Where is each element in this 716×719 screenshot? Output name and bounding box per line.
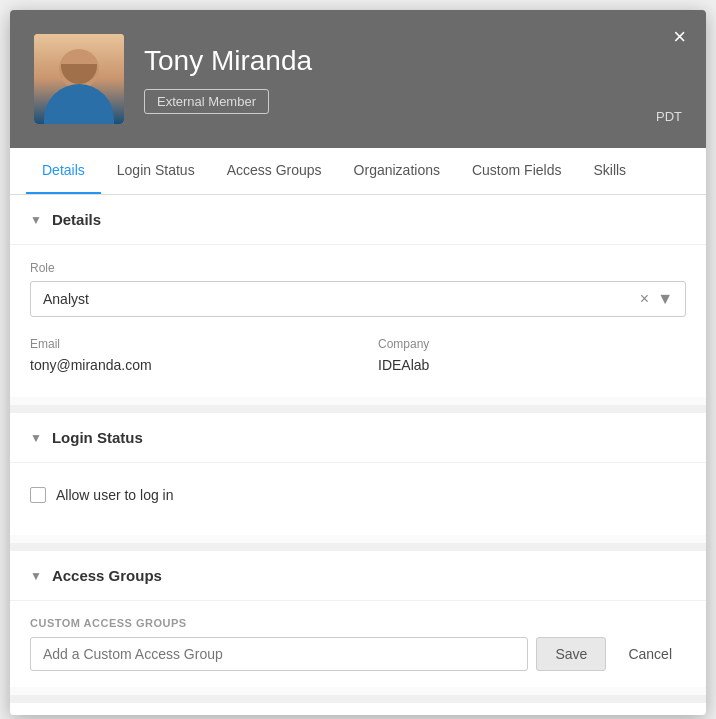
organizations-section: ▼ Organizations	[10, 703, 706, 715]
tab-access-groups[interactable]: Access Groups	[211, 148, 338, 194]
company-group: Company IDEAlab	[378, 337, 686, 373]
tab-organizations[interactable]: Organizations	[338, 148, 456, 194]
login-status-title: Login Status	[52, 429, 143, 446]
header-info: Tony Miranda External Member	[144, 45, 682, 114]
tab-details[interactable]: Details	[26, 148, 101, 194]
custom-access-label: CUSTOM ACCESS GROUPS	[30, 617, 686, 629]
tab-login-status[interactable]: Login Status	[101, 148, 211, 194]
close-button[interactable]: ×	[673, 26, 686, 48]
user-badge: External Member	[144, 89, 269, 114]
header-right: ×	[673, 26, 686, 48]
tabs: Details Login Status Access Groups Organ…	[10, 148, 706, 195]
divider-1	[10, 405, 706, 413]
login-status-header: ▼ Login Status	[10, 413, 706, 463]
role-label: Role	[30, 261, 686, 275]
details-section-body: Role Analyst × ▼ Email tony@miranda.com …	[10, 245, 706, 397]
divider-3	[10, 695, 706, 703]
allow-login-row: Allow user to log in	[30, 479, 686, 511]
custom-access-row: Save Cancel	[30, 637, 686, 671]
role-value: Analyst	[43, 291, 89, 307]
email-group: Email tony@miranda.com	[30, 337, 338, 373]
custom-access-input[interactable]	[30, 637, 528, 671]
divider-2	[10, 543, 706, 551]
email-label: Email	[30, 337, 338, 351]
content: ▼ Details Role Analyst × ▼ Email tony@mi…	[10, 195, 706, 715]
header: Tony Miranda External Member × PDT	[10, 10, 706, 148]
timezone: PDT	[656, 109, 682, 124]
access-groups-section: ▼ Access Groups CUSTOM ACCESS GROUPS Sav…	[10, 551, 706, 687]
cancel-button[interactable]: Cancel	[614, 638, 686, 670]
role-select-icons: × ▼	[640, 290, 673, 308]
role-select[interactable]: Analyst × ▼	[30, 281, 686, 317]
modal: Tony Miranda External Member × PDT Detai…	[10, 10, 706, 715]
access-groups-toggle-icon[interactable]: ▼	[30, 569, 42, 583]
allow-login-label: Allow user to log in	[56, 487, 174, 503]
role-chevron-icon[interactable]: ▼	[657, 290, 673, 308]
details-section: ▼ Details Role Analyst × ▼ Email tony@mi…	[10, 195, 706, 397]
email-value: tony@miranda.com	[30, 357, 338, 373]
fields-row: Email tony@miranda.com Company IDEAlab	[30, 337, 686, 373]
details-toggle-icon[interactable]: ▼	[30, 213, 42, 227]
access-groups-title: Access Groups	[52, 567, 162, 584]
organizations-header: ▼ Organizations	[10, 703, 706, 715]
avatar	[34, 34, 124, 124]
details-section-header: ▼ Details	[10, 195, 706, 245]
user-name: Tony Miranda	[144, 45, 682, 77]
tab-custom-fields[interactable]: Custom Fields	[456, 148, 577, 194]
custom-access-body: CUSTOM ACCESS GROUPS Save Cancel	[10, 601, 706, 687]
save-button[interactable]: Save	[536, 637, 606, 671]
login-status-body: Allow user to log in	[10, 463, 706, 535]
company-value: IDEAlab	[378, 357, 686, 373]
access-groups-header: ▼ Access Groups	[10, 551, 706, 601]
login-status-toggle-icon[interactable]: ▼	[30, 431, 42, 445]
details-section-title: Details	[52, 211, 101, 228]
company-label: Company	[378, 337, 686, 351]
allow-login-checkbox[interactable]	[30, 487, 46, 503]
login-status-section: ▼ Login Status Allow user to log in	[10, 413, 706, 535]
tab-skills[interactable]: Skills	[577, 148, 642, 194]
role-clear-icon[interactable]: ×	[640, 290, 649, 308]
